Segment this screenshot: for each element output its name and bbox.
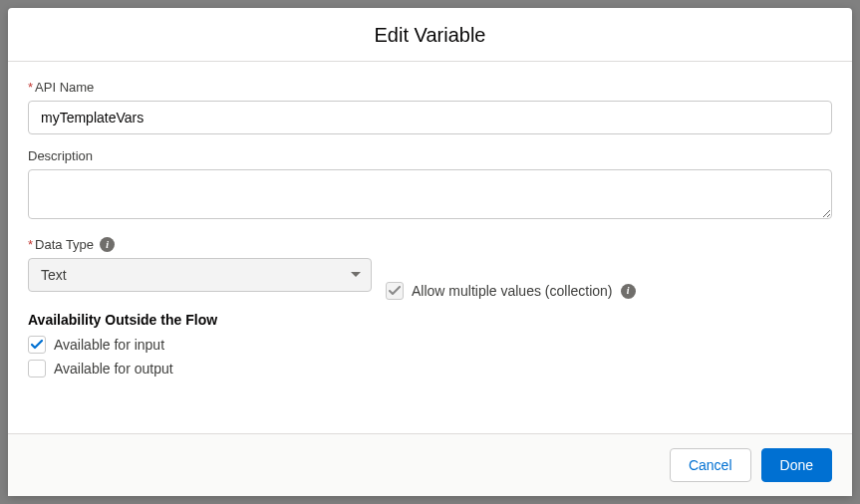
modal-header: Edit Variable [8,8,852,62]
available-output-checkbox[interactable] [28,360,46,378]
available-input-checkbox[interactable] [28,336,46,354]
api-name-input[interactable] [28,101,832,134]
data-type-label: Data Type [28,237,94,252]
collection-checkbox[interactable] [386,282,404,300]
info-icon[interactable]: i [100,237,115,252]
modal-footer: Cancel Done [8,433,852,496]
collection-label: Allow multiple values (collection) [412,283,613,299]
collection-checkbox-row: Allow multiple values (collection) i [386,282,636,306]
available-output-row: Available for output [28,360,832,378]
available-input-label: Available for input [54,337,164,353]
modal-title: Edit Variable [8,24,852,47]
availability-heading: Availability Outside the Flow [28,312,832,328]
cancel-button[interactable]: Cancel [670,448,751,482]
data-type-field: Data Type i Text [28,237,372,292]
data-type-select[interactable]: Text [28,258,372,292]
done-button[interactable]: Done [761,448,832,482]
availability-options: Available for input Available for output [28,336,832,378]
description-textarea[interactable] [28,169,832,219]
edit-variable-modal: Edit Variable API Name Description Data … [8,8,852,496]
description-label: Description [28,148,832,163]
modal-body: API Name Description Data Type i Text [8,62,852,433]
api-name-label: API Name [28,80,832,95]
available-output-label: Available for output [54,361,173,377]
available-input-row: Available for input [28,336,832,354]
info-icon[interactable]: i [621,284,636,299]
description-field: Description [28,148,832,223]
api-name-field: API Name [28,80,832,134]
data-type-row: Data Type i Text Allow multiple values (… [28,237,832,306]
